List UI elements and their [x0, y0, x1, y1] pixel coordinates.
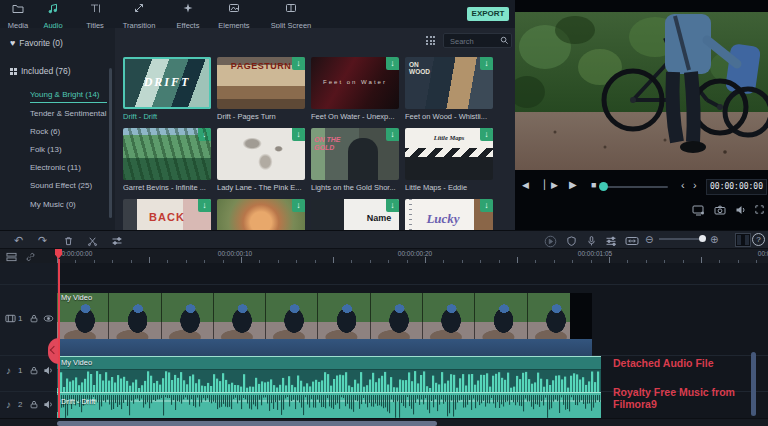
grid-view-icon[interactable] — [426, 36, 435, 45]
download-icon[interactable]: ↓ — [198, 199, 211, 212]
music-thumbnail: ↓ — [217, 128, 305, 180]
split-screen-icon — [262, 2, 320, 14]
download-icon[interactable]: ↓ — [292, 199, 305, 212]
video-track-header: 1 — [0, 313, 57, 325]
play-button[interactable]: ▶ — [569, 178, 577, 192]
music-item-row3-3[interactable]: Name ↓ — [311, 199, 399, 230]
music-item-drift[interactable]: DRIFT Drift - Drift — [123, 57, 211, 121]
sidebar-item-tender-sentimental[interactable]: Tender & Sentimental — [30, 109, 107, 118]
download-icon[interactable]: ↓ — [292, 57, 305, 70]
seek-handle[interactable] — [599, 182, 608, 191]
download-icon[interactable]: ↓ — [480, 199, 493, 212]
download-icon[interactable]: ↓ — [386, 57, 399, 70]
search-icon[interactable] — [500, 36, 509, 45]
download-icon[interactable]: ↓ — [480, 128, 493, 141]
download-icon[interactable]: ↓ — [386, 199, 399, 212]
record-voiceover-icon[interactable] — [586, 233, 597, 247]
display-device-icon[interactable] — [692, 204, 705, 216]
lock-icon[interactable] — [29, 313, 39, 324]
snapshot-camera-icon[interactable] — [714, 204, 726, 216]
mark-shield-icon[interactable] — [566, 233, 577, 247]
music-thumbnail: Name ↓ — [311, 199, 399, 230]
render-preview-icon[interactable] — [544, 233, 557, 248]
timecode-display: 00:00:00:00 — [706, 179, 767, 195]
sidebar-item-my-music[interactable]: My Music (0) — [30, 200, 76, 209]
timeline-tracks-area: 1 ♪ 1 ♪ 2 My Video — [0, 263, 768, 418]
timeline-vertical-scrollbar[interactable] — [751, 352, 756, 416]
sidebar-item-young-bright[interactable]: Young & Bright (14) — [30, 90, 100, 99]
grid-icon — [10, 68, 17, 75]
music-item-pages-turn[interactable]: PAGESTURN ↓ Drift - Pages Turn — [217, 57, 305, 121]
video-filmstrip — [57, 293, 570, 339]
timeline-horizontal-scrollbar[interactable] — [57, 421, 437, 426]
delete-icon[interactable] — [63, 233, 74, 247]
audio-mixer-icon[interactable] — [605, 233, 617, 247]
stop-button[interactable]: ■ — [591, 178, 596, 192]
sidebar-item-included[interactable]: Included (76) — [10, 66, 71, 76]
search-input[interactable] — [448, 34, 500, 49]
music-thumbnail: ON WOOD ↓ — [405, 57, 493, 109]
sidebar-item-folk[interactable]: Folk (13) — [30, 145, 62, 154]
heart-icon: ♥ — [10, 38, 15, 48]
music-item-feet-on-wood[interactable]: ON WOOD ↓ Feet on Wood - Whistli... — [405, 57, 493, 121]
audio-track-icon: ♪ — [6, 365, 11, 376]
music-thumbnail: Feet on Water ↓ — [311, 57, 399, 109]
timeline-zoom-handle[interactable] — [699, 235, 706, 242]
folder-icon — [2, 2, 34, 14]
export-button[interactable]: EXPORT — [467, 7, 509, 21]
jump-back-button[interactable]: ‹ — [681, 178, 685, 192]
top-toolbar: Media Audio Titles Transition Effects — [0, 0, 515, 29]
music-clip[interactable]: Drift - Drift — [57, 392, 601, 418]
download-icon[interactable]: ↓ — [198, 128, 211, 141]
help-icon[interactable]: ? — [752, 233, 765, 246]
previous-frame-button[interactable]: ◀ — [522, 178, 529, 192]
seek-bar[interactable] — [603, 186, 668, 188]
lock-icon[interactable] — [29, 365, 39, 376]
split-scissors-icon[interactable] — [87, 233, 98, 247]
fullscreen-icon[interactable] — [754, 204, 765, 215]
mute-speaker-icon[interactable] — [43, 365, 54, 376]
video-clip[interactable]: My Video — [57, 291, 592, 356]
sidebar-item-electronic[interactable]: Electronic (11) — [30, 163, 81, 172]
lock-icon[interactable] — [29, 399, 39, 410]
music-item-lady-lane[interactable]: ↓ Lady Lane - The Pink E... — [217, 128, 305, 192]
advanced-adjust-icon[interactable] — [111, 233, 123, 247]
audio-category-sidebar: ♥Favorite (0) Included (76) Young & Brig… — [0, 28, 116, 230]
music-item-feet-on-water[interactable]: Feet on Water ↓ Feet On Water - Unexp... — [311, 57, 399, 121]
sidebar-item-rock[interactable]: Rock (6) — [30, 127, 60, 136]
music-item-little-maps[interactable]: Little Maps ↓ Little Maps - Eddie — [405, 128, 493, 192]
download-icon[interactable]: ↓ — [292, 128, 305, 141]
music-item-lights-gold[interactable]: ON THE GOLD ↓ Lights on the Gold Shor... — [311, 128, 399, 192]
eye-icon[interactable] — [43, 313, 54, 324]
timeline-ruler[interactable]: 00:00:00:00 00:00:00:10 00:00:00:20 00:0… — [0, 248, 768, 264]
track-header-column — [0, 263, 58, 418]
step-frame-button[interactable]: ▏▶ — [544, 178, 558, 192]
music-item-row3-1[interactable]: BACK ↓ — [123, 199, 211, 230]
zoom-in-icon[interactable]: ⊕ — [710, 233, 718, 247]
music-thumbnail: Little Maps ↓ — [405, 128, 493, 180]
sidebar-item-sound-effect[interactable]: Sound Effect (25) — [30, 181, 92, 190]
volume-icon[interactable] — [735, 204, 747, 216]
music-item-row3-2[interactable]: ↓ — [217, 199, 305, 230]
sidebar-item-favorite[interactable]: ♥Favorite (0) — [10, 38, 63, 48]
detached-audio-clip[interactable]: My Video — [57, 356, 601, 392]
jump-forward-button[interactable]: › — [693, 178, 697, 192]
manage-tracks-icon[interactable] — [6, 252, 17, 262]
music-thumbnail: ↓ — [123, 128, 211, 180]
download-icon[interactable]: ↓ — [386, 128, 399, 141]
zoom-out-icon[interactable]: ⊖ — [645, 233, 653, 247]
redo-icon[interactable]: ↷ — [38, 233, 47, 247]
mute-speaker-icon[interactable] — [43, 399, 54, 410]
titles-icon — [79, 2, 111, 14]
undo-icon[interactable]: ↶ — [14, 233, 23, 247]
fit-timeline-icon[interactable] — [625, 233, 639, 247]
sidebar-scrollbar[interactable] — [109, 68, 112, 218]
transition-icon — [114, 2, 164, 14]
track-height-icon[interactable] — [735, 233, 751, 247]
download-icon[interactable]: ↓ — [480, 57, 493, 70]
link-clips-icon[interactable] — [25, 252, 36, 262]
annotation-detached-audio: Detached Audio File — [613, 357, 714, 369]
music-item-garret-bevins[interactable]: ↓ Garret Bevins - Infinite ... — [123, 128, 211, 192]
music-item-row3-4[interactable]: Lucky ↓ — [405, 199, 493, 230]
preview-video — [515, 12, 768, 170]
